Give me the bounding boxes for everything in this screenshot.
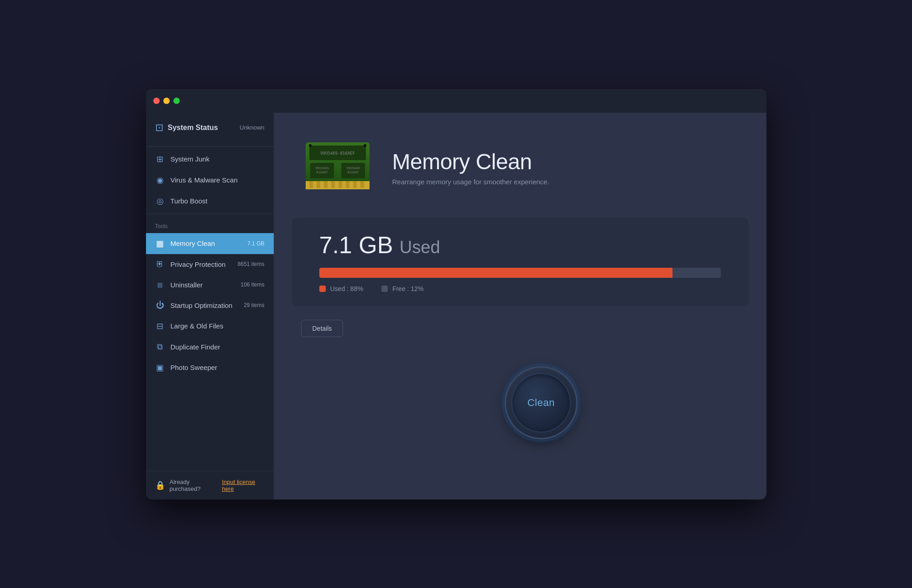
sidebar-item-label: Duplicate Finder [171,343,259,351]
content-area: 99U5469-016AEF 99U5469 016AEF 99U5469 01… [274,113,766,500]
title-bar [146,89,766,113]
close-button[interactable] [153,98,160,104]
virus-malware-icon: ◉ [155,175,165,185]
tools-section-label: Tools [146,216,274,233]
sidebar-item-duplicate-finder[interactable]: ⧉ Duplicate Finder [146,337,274,357]
memory-legend: Used : 88% Free : 12% [319,285,721,292]
memory-used-word: Used [400,238,440,257]
hero-subtitle: Rearrange memory usage for smoother expe… [392,178,549,186]
svg-rect-4 [317,181,320,188]
clean-button-container: Clean [343,366,739,439]
svg-rect-3 [309,181,313,188]
memory-gb-value: 7.1 GB [319,232,393,258]
privacy-protection-badge: 8651 items [238,261,265,267]
svg-rect-8 [346,181,349,188]
progress-bar-fill [319,268,672,278]
svg-rect-5 [324,181,328,188]
sidebar-item-label: Uninstaller [171,281,235,289]
sidebar-divider-top [146,146,274,147]
legend-dot-used [319,286,326,292]
sidebar-item-label: Large & Old Files [171,322,259,330]
details-button[interactable]: Details [301,320,344,337]
svg-text:016AEF: 016AEF [316,171,328,174]
turbo-boost-icon: ◎ [155,196,165,206]
sidebar-item-label: Photo Sweeper [171,364,259,371]
purchase-link[interactable]: Input license here [222,479,264,492]
privacy-protection-icon: ⛨ [155,260,165,269]
clean-button[interactable]: Clean [505,366,578,439]
svg-rect-2 [306,181,370,189]
system-status-section[interactable]: ⊡ System Status Unknown [146,122,274,145]
system-status-label: System Status [168,124,235,132]
svg-point-20 [364,144,366,147]
ram-icon-container: 99U5469-016AEF 99U5469 016AEF 99U5469 01… [301,135,374,199]
legend-item-used: Used : 88% [319,285,363,292]
system-junk-icon: ⊞ [155,154,165,164]
legend-free-label: Free : 12% [392,285,423,292]
progress-bar-container [319,268,721,278]
ram-chip-svg: 99U5469-016AEF 99U5469 016AEF 99U5469 01… [301,135,374,199]
svg-rect-9 [353,181,357,188]
uninstaller-badge: 106 items [240,281,264,288]
sidebar-item-virus-malware[interactable]: ◉ Virus & Malware Scan [146,170,274,191]
svg-text:99U5469: 99U5469 [346,167,360,170]
sidebar-item-label: Turbo Boost [171,197,265,205]
uninstaller-icon: ⧆ [155,280,165,290]
legend-item-free: Free : 12% [381,285,423,292]
clean-button-label: Clean [527,397,555,409]
sidebar-item-memory-clean[interactable]: ▦ Memory Clean 7.1 GB [146,233,274,254]
sidebar-item-startup-optimization[interactable]: ⏻ Startup Optimization 29 items [146,295,274,316]
memory-used-label: 7.1 GB Used [319,231,721,259]
sidebar-item-label: Virus & Malware Scan [171,176,265,184]
svg-text:016AEF: 016AEF [347,171,359,174]
stats-section: 7.1 GB Used Used : 88% Free : 12% [292,218,748,306]
system-status-badge: Unknown [240,124,264,131]
sidebar-item-label: Privacy Protection [171,260,232,268]
sidebar-item-label: Startup Optimization [171,302,239,309]
svg-rect-6 [331,181,335,188]
sidebar-bottom: 🔒 Already purchased? Input license here [146,471,274,500]
sidebar-item-label: System Junk [171,155,265,163]
svg-rect-10 [360,181,364,188]
sidebar: ⊡ System Status Unknown ⊞ System Junk ◉ … [146,113,274,500]
svg-point-19 [309,144,312,147]
memory-clean-badge: 7.1 GB [247,240,264,247]
startup-optimization-badge: 29 items [244,302,264,308]
hero-section: 99U5469-016AEF 99U5469 016AEF 99U5469 01… [274,113,766,218]
sidebar-item-large-old-files[interactable]: ⊟ Large & Old Files [146,316,274,337]
sidebar-item-photo-sweeper[interactable]: ▣ Photo Sweeper [146,357,274,378]
hero-text: Memory Clean Rearrange memory usage for … [392,149,549,186]
system-status-icon: ⊡ [155,122,163,134]
legend-used-label: Used : 88% [330,285,363,292]
hero-title: Memory Clean [392,149,549,174]
large-old-files-icon: ⊟ [155,321,165,331]
clean-button-inner: Clean [511,373,571,432]
duplicate-finder-icon: ⧉ [155,342,165,352]
traffic-lights [153,98,180,104]
sidebar-item-label: Memory Clean [171,239,242,247]
lock-icon: 🔒 [155,480,165,490]
sidebar-item-uninstaller[interactable]: ⧆ Uninstaller 106 items [146,275,274,295]
main-layout: ⊡ System Status Unknown ⊞ System Junk ◉ … [146,113,766,500]
minimize-button[interactable] [163,98,170,104]
legend-dot-free [381,286,388,292]
maximize-button[interactable] [173,98,180,104]
svg-rect-7 [339,181,342,188]
sidebar-item-system-junk[interactable]: ⊞ System Junk [146,149,274,170]
photo-sweeper-icon: ▣ [155,363,165,373]
sidebar-item-turbo-boost[interactable]: ◎ Turbo Boost [146,191,274,212]
svg-text:99U5469-016AEF: 99U5469-016AEF [320,151,355,156]
purchase-text: Already purchased? [170,479,218,492]
app-window: ⊡ System Status Unknown ⊞ System Junk ◉ … [146,89,766,500]
actions-section: Details Clean [274,306,766,500]
svg-text:99U5469: 99U5469 [315,167,329,170]
sidebar-divider-tools [146,213,274,214]
memory-clean-icon: ▦ [155,239,165,249]
startup-optimization-icon: ⏻ [155,301,165,310]
sidebar-item-privacy-protection[interactable]: ⛨ Privacy Protection 8651 items [146,254,274,275]
